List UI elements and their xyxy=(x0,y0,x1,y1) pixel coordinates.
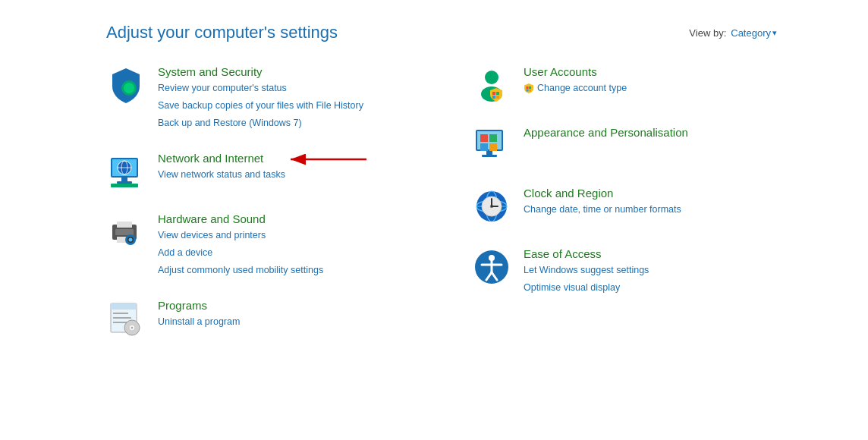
page-title: Adjust your computer's settings xyxy=(106,23,338,42)
svg-rect-13 xyxy=(115,229,134,235)
programs-link-1[interactable]: Uninstall a program xyxy=(158,314,240,329)
red-arrow xyxy=(283,149,374,170)
ease-of-access-icon xyxy=(472,247,511,287)
ease-of-access-title[interactable]: Ease of Access xyxy=(524,247,649,260)
network-internet-title[interactable]: Network and Internet xyxy=(158,152,285,165)
right-column: User Accounts Change account type xyxy=(472,65,777,360)
clock-region-link-1[interactable]: Change date, time or number formats xyxy=(524,202,681,217)
category-user-accounts: User Accounts Change account type xyxy=(472,65,777,105)
svg-rect-33 xyxy=(527,86,529,89)
network-internet-icon xyxy=(106,152,146,191)
system-security-link-3[interactable]: Back up and Restore (Windows 7) xyxy=(158,115,363,130)
system-security-link-1[interactable]: Review your computer's status xyxy=(158,80,363,96)
hardware-sound-text: Hardware and Sound View devices and prin… xyxy=(158,212,323,278)
svg-rect-32 xyxy=(496,96,499,99)
svg-rect-36 xyxy=(529,90,531,92)
svg-point-26 xyxy=(131,327,134,329)
svg-rect-9 xyxy=(111,184,138,187)
category-ease-of-access: Ease of Access Let Windows suggest setti… xyxy=(472,247,777,295)
svg-rect-22 xyxy=(113,317,131,319)
ease-of-access-link-1[interactable]: Let Windows suggest settings xyxy=(524,262,649,278)
view-by-label: View by: xyxy=(689,27,726,39)
appearance-text: Appearance and Personalisation xyxy=(524,126,688,139)
programs-title[interactable]: Programs xyxy=(158,299,240,312)
clock-region-text: Clock and Region Change date, time or nu… xyxy=(524,187,681,217)
category-programs: Programs Uninstall a program xyxy=(106,299,411,338)
user-accounts-text: User Accounts Change account type xyxy=(524,65,627,96)
network-internet-text: Network and Internet View network status… xyxy=(158,152,285,182)
user-accounts-link-1[interactable]: Change account type xyxy=(537,80,627,96)
category-clock-region: Clock and Region Change date, time or nu… xyxy=(472,187,777,226)
shield-badge-icon xyxy=(524,83,534,93)
programs-icon xyxy=(106,299,146,338)
svg-rect-39 xyxy=(480,134,488,142)
svg-rect-14 xyxy=(117,222,132,228)
svg-rect-23 xyxy=(113,322,127,323)
svg-point-18 xyxy=(129,238,133,242)
ease-of-access-text: Ease of Access Let Windows suggest setti… xyxy=(524,247,649,295)
view-by-dropdown[interactable]: Category xyxy=(731,27,777,39)
network-internet-link-1[interactable]: View network status and tasks xyxy=(158,167,285,182)
svg-rect-30 xyxy=(496,92,499,95)
category-hardware-sound: Hardware and Sound View devices and prin… xyxy=(106,212,411,278)
svg-rect-20 xyxy=(111,303,137,310)
hardware-sound-link-2[interactable]: Add a device xyxy=(158,245,323,260)
programs-text: Programs Uninstall a program xyxy=(158,299,240,329)
svg-rect-44 xyxy=(482,155,497,157)
system-security-text: System and Security Review your computer… xyxy=(158,65,363,130)
svg-point-1 xyxy=(124,83,134,93)
categories-grid: System and Security Review your computer… xyxy=(106,65,777,360)
category-network-internet: Network and Internet View network status… xyxy=(106,152,411,191)
svg-rect-21 xyxy=(113,313,128,314)
user-accounts-title[interactable]: User Accounts xyxy=(524,65,627,78)
system-security-icon xyxy=(106,65,146,105)
clock-region-title[interactable]: Clock and Region xyxy=(524,187,681,200)
svg-rect-43 xyxy=(486,151,492,155)
category-system-security: System and Security Review your computer… xyxy=(106,65,411,130)
system-security-link-2[interactable]: Save backup copies of your files with Fi… xyxy=(158,98,363,113)
svg-rect-42 xyxy=(489,143,497,151)
hardware-sound-title[interactable]: Hardware and Sound xyxy=(158,212,323,225)
clock-region-icon xyxy=(472,187,511,226)
category-appearance: Appearance and Personalisation xyxy=(472,126,777,165)
system-security-title[interactable]: System and Security xyxy=(158,65,363,78)
svg-rect-29 xyxy=(492,92,495,95)
view-by-control: View by: Category xyxy=(689,27,777,39)
svg-rect-8 xyxy=(117,181,132,184)
appearance-icon xyxy=(472,126,511,165)
page-header: Adjust your computer's settings View by:… xyxy=(106,23,777,42)
svg-rect-31 xyxy=(492,96,495,99)
left-column: System and Security Review your computer… xyxy=(106,65,411,360)
user-accounts-icon xyxy=(472,65,511,105)
hardware-sound-link-1[interactable]: View devices and printers xyxy=(158,228,323,243)
svg-point-27 xyxy=(485,71,498,84)
appearance-title[interactable]: Appearance and Personalisation xyxy=(524,126,688,139)
svg-rect-40 xyxy=(489,134,497,142)
hardware-sound-icon xyxy=(106,212,146,252)
svg-rect-34 xyxy=(529,86,531,89)
svg-rect-35 xyxy=(527,90,529,92)
svg-rect-7 xyxy=(121,178,127,181)
hardware-sound-link-3[interactable]: Adjust commonly used mobility settings xyxy=(158,262,323,278)
svg-rect-41 xyxy=(480,143,488,151)
ease-of-access-link-2[interactable]: Optimise visual display xyxy=(524,280,649,295)
